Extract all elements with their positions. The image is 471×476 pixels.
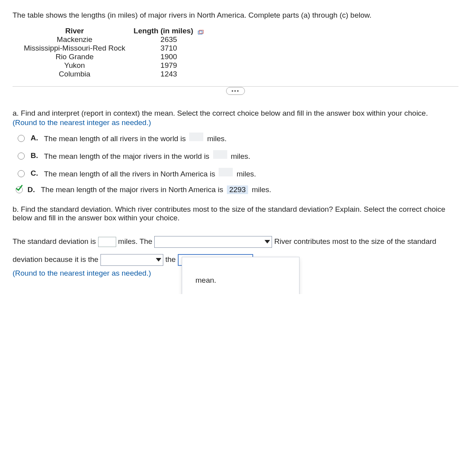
table-header-river: River bbox=[16, 27, 133, 35]
cell-length: 1979 bbox=[133, 61, 204, 70]
popup-icon[interactable] bbox=[198, 29, 204, 34]
choice-text: The mean length of all the rivers in Nor… bbox=[44, 168, 256, 178]
svg-rect-1 bbox=[199, 30, 203, 33]
cell-river: Columbia bbox=[16, 70, 133, 78]
choice-b[interactable]: B. The mean length of the major rivers i… bbox=[16, 150, 458, 161]
dropdown-option[interactable]: mean. bbox=[182, 269, 299, 292]
part-a-prompt: a. Find and interpret (report in context… bbox=[13, 109, 458, 118]
cell-length: 2635 bbox=[133, 35, 204, 44]
problem-intro: The table shows the lengths (in miles) o… bbox=[13, 11, 458, 20]
chevron-down-icon bbox=[265, 240, 270, 243]
choice-letter: A. bbox=[31, 134, 39, 142]
choice-letter: B. bbox=[31, 151, 39, 160]
cell-river: Yukon bbox=[16, 61, 133, 70]
choice-d[interactable]: D. The mean length of the major rivers i… bbox=[16, 185, 458, 194]
choice-letter: D. bbox=[27, 185, 36, 194]
river-dropdown[interactable] bbox=[154, 236, 272, 248]
cell-river: Mississippi-Missouri-Red Rock bbox=[16, 44, 133, 53]
part-a-hint: (Round to the nearest integer as needed.… bbox=[13, 118, 458, 127]
cell-river: Mackenzie bbox=[16, 35, 133, 44]
answer-blank[interactable] bbox=[189, 133, 203, 141]
answer-blank[interactable] bbox=[219, 168, 233, 176]
choice-text: The mean length of all rivers in the wor… bbox=[44, 133, 226, 143]
answer-blank[interactable] bbox=[213, 150, 227, 159]
table-row: Columbia 1243 bbox=[16, 70, 458, 78]
table-header-length: Length (in miles) bbox=[133, 27, 204, 35]
radio-c[interactable] bbox=[18, 170, 25, 177]
reason1-dropdown[interactable] bbox=[100, 254, 163, 266]
table-row: Mackenzie 2635 bbox=[16, 35, 458, 44]
table-row: Yukon 1979 bbox=[16, 61, 458, 70]
answer-blank-filled[interactable]: 2293 bbox=[227, 185, 248, 194]
choice-c[interactable]: C. The mean length of all the rivers in … bbox=[16, 168, 458, 178]
table-row: Rio Grande 1900 bbox=[16, 53, 458, 61]
more-button[interactable]: ••• bbox=[226, 87, 245, 95]
radio-b[interactable] bbox=[18, 153, 25, 160]
cell-river: Rio Grande bbox=[16, 53, 133, 61]
table-row: Mississippi-Missouri-Red Rock 3710 bbox=[16, 44, 458, 53]
choice-a[interactable]: A. The mean length of all rivers in the … bbox=[16, 133, 458, 143]
choice-text: The mean length of the major rivers in t… bbox=[44, 150, 250, 161]
cell-length: 1243 bbox=[133, 70, 204, 78]
section-divider bbox=[13, 86, 458, 87]
choice-text: The mean length of the major rivers in N… bbox=[41, 185, 271, 194]
radio-a[interactable] bbox=[18, 135, 25, 142]
checkmark-icon bbox=[15, 184, 23, 192]
chevron-down-icon bbox=[156, 258, 161, 262]
part-b-prompt: b. Find the standard deviation. Which ri… bbox=[13, 205, 458, 222]
svg-rect-0 bbox=[198, 31, 202, 34]
stddev-input[interactable] bbox=[98, 237, 116, 247]
radio-d-correct[interactable] bbox=[16, 186, 23, 193]
cell-length: 3710 bbox=[133, 44, 204, 53]
choice-letter: C. bbox=[31, 169, 39, 178]
river-table: River Length (in miles) Mackenzie 2635 M… bbox=[16, 27, 458, 78]
cell-length: 1900 bbox=[133, 53, 204, 61]
reason2-dropdown-panel[interactable]: mean. minimum value. standard deviation.… bbox=[182, 257, 299, 294]
dropdown-option[interactable]: minimum value. bbox=[182, 292, 299, 294]
